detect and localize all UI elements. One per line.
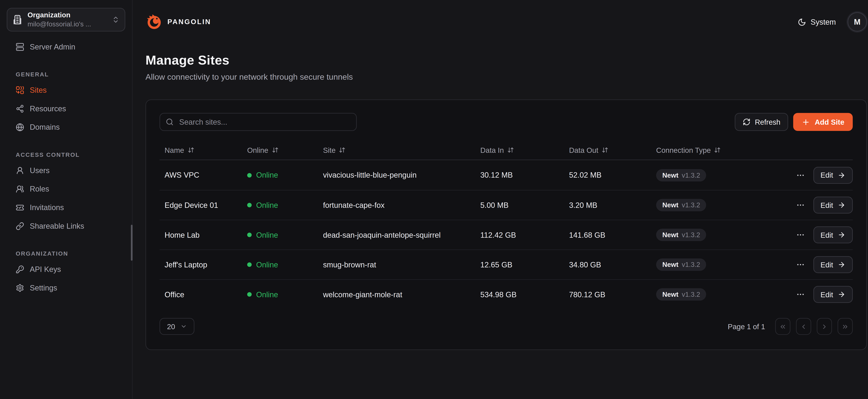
ellipsis-icon <box>796 201 805 210</box>
table-row: Edge Device 01 Online fortunate-cape-fox… <box>159 190 853 220</box>
add-site-label: Add Site <box>815 118 844 126</box>
share-icon <box>16 104 24 113</box>
row-menu-button[interactable] <box>796 201 805 210</box>
theme-toggle[interactable]: System <box>798 18 836 26</box>
sidebar-item-shareable-links[interactable]: Shareable Links <box>7 217 125 236</box>
sidebar-item-api-keys[interactable]: API Keys <box>7 260 125 279</box>
sidebar-item-resources[interactable]: Resources <box>7 99 125 118</box>
status-badge: Online <box>247 231 323 239</box>
data-out-value: 3.20 MB <box>569 201 656 209</box>
column-header-data-in[interactable]: Data In <box>480 146 569 154</box>
sidebar-item-label: Shareable Links <box>30 222 84 231</box>
sidebar-item-invitations[interactable]: Invitations <box>7 198 125 217</box>
sidebar-item-label: Resources <box>30 104 66 113</box>
data-in-value: 112.42 GB <box>480 231 569 239</box>
chevron-right-icon <box>821 323 828 330</box>
last-page-button[interactable] <box>838 318 853 335</box>
refresh-label: Refresh <box>755 118 780 126</box>
refresh-icon <box>743 118 750 126</box>
sidebar-item-settings[interactable]: Settings <box>7 279 125 297</box>
data-in-value: 534.98 GB <box>480 290 569 299</box>
ellipsis-icon <box>796 171 805 180</box>
user-icon <box>16 166 24 175</box>
sort-icon <box>339 147 346 153</box>
online-dot-icon <box>247 263 252 267</box>
edit-button[interactable]: Edit <box>813 197 853 214</box>
page-title: Manage Sites <box>146 53 867 68</box>
sidebar-item-users[interactable]: Users <box>7 161 125 180</box>
row-menu-button[interactable] <box>796 260 805 269</box>
sidebar-nav: Server Admin GENERAL Sites Resources Dom… <box>7 38 125 297</box>
edit-button[interactable]: Edit <box>813 226 853 243</box>
chevrons-left-icon <box>779 323 786 330</box>
chevrons-right-icon <box>841 323 849 330</box>
toolbar-actions: Refresh Add Site <box>735 113 853 131</box>
sidebar-item-roles[interactable]: Roles <box>7 180 125 198</box>
column-header-site[interactable]: Site <box>323 146 480 154</box>
page-size-select[interactable]: 20 <box>159 318 194 335</box>
data-out-value: 141.68 GB <box>569 231 656 239</box>
row-menu-button[interactable] <box>796 290 805 299</box>
data-out-value: 34.80 GB <box>569 260 656 269</box>
connection-type-badge: Newtv1.3.2 <box>656 288 706 301</box>
connection-type-badge: Newtv1.3.2 <box>656 229 706 241</box>
site-slug: dead-san-joaquin-antelope-squirrel <box>323 231 480 239</box>
table-row: Jeff's Laptop Online smug-brown-rat 12.6… <box>159 249 853 279</box>
sort-icon <box>507 147 514 153</box>
row-menu-button[interactable] <box>796 231 805 240</box>
pagination: 20 Page 1 of 1 <box>159 318 853 335</box>
add-site-button[interactable]: Add Site <box>793 113 853 131</box>
users-icon <box>16 185 24 193</box>
next-page-button[interactable] <box>817 318 832 335</box>
site-name: Office <box>159 290 247 299</box>
main-area: PANGOLIN System M Manage Sites Allow con… <box>133 0 868 399</box>
data-in-value: 5.00 MB <box>480 201 569 209</box>
pagination-buttons <box>775 318 853 335</box>
first-page-button[interactable] <box>775 318 790 335</box>
search-input[interactable] <box>159 113 357 131</box>
app-root: Organization milo@fossorial.io's ... Ser… <box>0 0 868 399</box>
page-size-value: 20 <box>167 322 175 331</box>
org-selector[interactable]: Organization milo@fossorial.io's ... <box>7 8 125 31</box>
sidebar-item-sites[interactable]: Sites <box>7 81 125 99</box>
row-menu-button[interactable] <box>796 171 805 180</box>
column-header-name[interactable]: Name <box>159 146 247 154</box>
column-header-data-out[interactable]: Data Out <box>569 146 656 154</box>
sidebar-section-access-control: ACCESS CONTROL <box>7 151 125 158</box>
edit-button[interactable]: Edit <box>813 256 853 273</box>
online-dot-icon <box>247 233 252 237</box>
sidebar-section-general: GENERAL <box>7 71 125 78</box>
row-actions: Edit <box>787 226 853 243</box>
edit-button[interactable]: Edit <box>813 286 853 303</box>
sidebar-scrollbar-thumb[interactable] <box>131 225 133 260</box>
sidebar-section-organization: ORGANIZATION <box>7 250 125 257</box>
column-header-online[interactable]: Online <box>247 146 323 154</box>
sort-icon <box>272 147 278 153</box>
column-header-connection-type[interactable]: Connection Type <box>656 146 787 154</box>
site-slug: vivacious-little-blue-penguin <box>323 171 480 179</box>
chevron-left-icon <box>800 323 807 330</box>
sort-icon <box>602 147 609 153</box>
pagination-right: Page 1 of 1 <box>728 318 853 335</box>
pagination-status: Page 1 of 1 <box>728 322 765 331</box>
data-out-value: 52.02 MB <box>569 171 656 179</box>
sidebar-item-domains[interactable]: Domains <box>7 118 125 136</box>
online-dot-icon <box>247 173 252 177</box>
site-name: Edge Device 01 <box>159 201 247 209</box>
sort-icon <box>187 147 194 153</box>
gear-icon <box>16 284 24 292</box>
arrow-right-icon <box>838 290 845 298</box>
prev-page-button[interactable] <box>796 318 811 335</box>
table-header: Name Online Site Data In Data Out <box>159 141 853 160</box>
row-actions: Edit <box>787 197 853 214</box>
server-icon <box>16 43 24 51</box>
sites-toolbar: Refresh Add Site <box>159 113 853 131</box>
edit-button[interactable]: Edit <box>813 166 853 183</box>
link-icon <box>16 222 24 231</box>
sites-card: Refresh Add Site Name Online <box>146 99 867 350</box>
refresh-button[interactable]: Refresh <box>735 113 788 131</box>
topbar-right: System M <box>798 12 867 31</box>
avatar[interactable]: M <box>848 12 867 31</box>
connection-type-badge: Newtv1.3.2 <box>656 199 706 211</box>
sidebar-item-server-admin[interactable]: Server Admin <box>7 38 125 56</box>
